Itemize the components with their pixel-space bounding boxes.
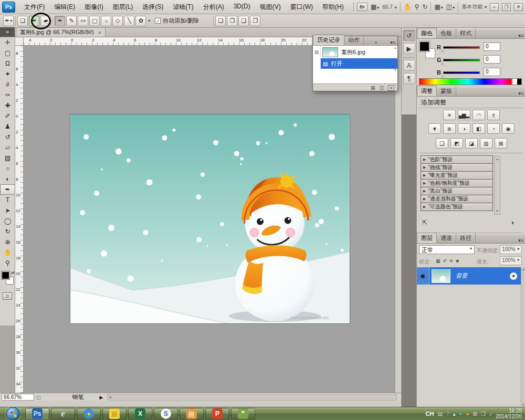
history-dock-icon[interactable]: ↺ <box>403 30 415 41</box>
tab-channels[interactable]: 通道 <box>437 233 456 243</box>
security-tray-icon[interactable]: ● <box>466 411 469 417</box>
collapse-icon[interactable]: » <box>373 40 380 45</box>
preset-row-4[interactable]: ▶“黑白”预设 <box>421 187 493 195</box>
polygon-tool-button[interactable]: ◇ <box>112 16 123 26</box>
channel-value-r[interactable]: 0 <box>484 43 500 51</box>
crop-tool[interactable]: # <box>0 79 15 90</box>
arrange-documents-button[interactable]: ▦▾ <box>434 3 443 10</box>
channel-value-g[interactable]: 0 <box>484 55 500 64</box>
exposure-button[interactable]: ± <box>487 110 500 120</box>
lock-position-icon[interactable]: ✛ <box>449 258 454 264</box>
clip-to-layer-icon[interactable]: ◑ <box>510 219 514 226</box>
gradient-map-button[interactable]: ▥ <box>480 138 492 149</box>
channel-value-b[interactable]: 0 <box>484 68 500 76</box>
shape-layers-mode-button[interactable]: ❏ <box>17 16 28 26</box>
zoom-tool[interactable]: ⚲ <box>0 258 15 268</box>
add-path-area-button[interactable]: ❏ <box>215 16 226 26</box>
taskbar-file-manager[interactable]: ▤ <box>180 408 204 420</box>
tab-history[interactable]: 历史记录 <box>313 35 344 45</box>
exclude-path-area-button[interactable]: ❒ <box>250 16 260 26</box>
hand-tool-button[interactable]: ✋ <box>404 3 412 10</box>
swap-colors-icon[interactable]: ⇄ <box>11 270 15 275</box>
scrollbar[interactable]: ▲▼ <box>394 46 397 71</box>
paths-mode-button[interactable]: ✒ <box>29 16 39 26</box>
panel-menu-icon[interactable]: ▾≡ <box>516 91 525 96</box>
tab-adjustments[interactable]: 调整 <box>417 86 437 96</box>
panel-menu-icon[interactable]: ▾≡ <box>388 40 397 45</box>
lock-all-icon[interactable]: ■ <box>456 258 459 264</box>
layer-row-background[interactable]: ◉ 背景 ■ <box>417 267 521 285</box>
channel-slider-b[interactable] <box>443 71 480 74</box>
channel-mixer-button[interactable]: ◉ <box>502 123 514 134</box>
taskbar-photoshop[interactable]: Ps <box>25 408 49 420</box>
menu-item-1[interactable]: 编辑(E) <box>49 0 80 14</box>
menu-item-0[interactable]: 文件(F) <box>19 0 49 14</box>
tab-styles[interactable]: 样式 <box>456 28 476 38</box>
taskbar-internet-explorer[interactable]: e <box>51 408 75 420</box>
taskbar-powerpoint[interactable]: P <box>205 408 229 420</box>
start-button[interactable] <box>6 407 20 420</box>
view-extras-button[interactable]: ▦▾ <box>371 3 379 10</box>
zoom-level-field[interactable]: 66.7 ▾ <box>382 4 396 10</box>
tab-layers[interactable]: 图层 <box>417 233 437 243</box>
rotate-view-button[interactable]: ↻ <box>422 3 427 10</box>
new-snapshot-icon[interactable]: ◫ <box>380 85 384 90</box>
bridge-button[interactable]: Br <box>357 3 368 11</box>
photo-filter-button[interactable]: ◔ <box>487 123 500 134</box>
move-tool[interactable]: ✛ <box>0 37 15 48</box>
scrollbar[interactable]: ▲▼ <box>521 267 525 407</box>
close-button[interactable]: ✕ <box>514 3 523 11</box>
brightness-contrast-button[interactable]: ☀ <box>443 110 456 120</box>
screen-mode-button[interactable]: ◫▾ <box>446 3 455 10</box>
restore-button[interactable]: ❐ <box>502 3 511 11</box>
panel-menu-icon[interactable]: ▾≡ <box>516 238 525 243</box>
color-spectrum-ramp[interactable] <box>419 78 522 85</box>
weather-tray-icon[interactable]: ● <box>459 411 462 417</box>
freeform-pen-button[interactable]: ✎ <box>66 16 77 26</box>
lasso-tool[interactable]: Ω <box>0 58 15 69</box>
color-balance-button[interactable]: ◑ <box>458 123 470 134</box>
tab-swatches[interactable]: 色板 <box>437 28 456 38</box>
paragraph-panel-icon[interactable]: ¶ <box>403 73 415 84</box>
menu-item-3[interactable]: 图层(L) <box>108 0 138 14</box>
posterize-button[interactable]: ◩ <box>450 138 463 149</box>
eraser-tool[interactable]: ▱ <box>0 142 15 153</box>
taskbar-messenger[interactable]: ● <box>77 408 101 420</box>
display-tray-icon[interactable]: ❒ <box>481 411 486 417</box>
brush-tool[interactable]: ✐ <box>0 111 15 121</box>
opacity-field[interactable]: 100%▸ <box>500 245 522 254</box>
marquee-tool[interactable]: ▢ <box>0 48 15 58</box>
subtract-path-area-button[interactable]: ❐ <box>227 16 237 26</box>
fill-field[interactable]: 100%▸ <box>500 256 522 265</box>
keyboard-tray-icon[interactable]: ▤ <box>437 411 442 417</box>
fill-pixels-mode-button[interactable]: ▰ <box>40 16 51 26</box>
hue-saturation-button[interactable]: ≣ <box>443 123 456 134</box>
delete-icon[interactable]: ✕ <box>388 85 394 91</box>
help-tray-icon[interactable]: ? <box>446 411 449 417</box>
menu-item-4[interactable]: 选择(S) <box>138 0 168 14</box>
vibrance-button[interactable]: ▼ <box>428 123 441 134</box>
expand-panel-icon[interactable]: ⇱ <box>422 219 427 226</box>
minimize-button[interactable]: ─ <box>490 3 499 11</box>
menu-item-6[interactable]: 分析(A) <box>198 0 229 14</box>
layer-visibility-toggle[interactable]: ◉ <box>417 267 429 285</box>
history-open-step[interactable]: ▤打开 <box>313 58 397 69</box>
path-selection-tool[interactable]: ➤ <box>0 205 15 216</box>
tab-color[interactable]: 颜色 <box>417 28 437 38</box>
3d-rotate-tool[interactable]: ↻ <box>0 226 15 237</box>
zoom-tool-button[interactable]: ⚲ <box>415 3 419 10</box>
blend-mode-select[interactable]: 正常 ▾ <box>419 245 475 254</box>
set-source-column[interactable]: ▨ <box>313 46 321 58</box>
rectangle-tool-button[interactable]: ▭ <box>78 16 88 26</box>
invert-button[interactable]: ❏ <box>436 138 448 149</box>
quick-mask-button[interactable]: ◫ <box>3 292 12 300</box>
3d-orbit-tool[interactable]: ⊕ <box>0 237 15 247</box>
rounded-rectangle-tool-button[interactable]: ▢ <box>89 16 100 26</box>
tab-actions[interactable]: 动作 <box>344 35 364 45</box>
preset-row-6[interactable]: ▶“可选颜色”预设 <box>421 203 493 211</box>
foreground-color-swatch[interactable] <box>419 41 429 51</box>
intersect-path-area-button[interactable]: ❑ <box>238 16 249 26</box>
ellipse-tool-button[interactable]: ○ <box>101 16 111 26</box>
set-source-column[interactable] <box>313 58 321 69</box>
document-tab[interactable]: 案例6.jpg @ 66.7%(RGB/8#) × <box>16 27 106 37</box>
